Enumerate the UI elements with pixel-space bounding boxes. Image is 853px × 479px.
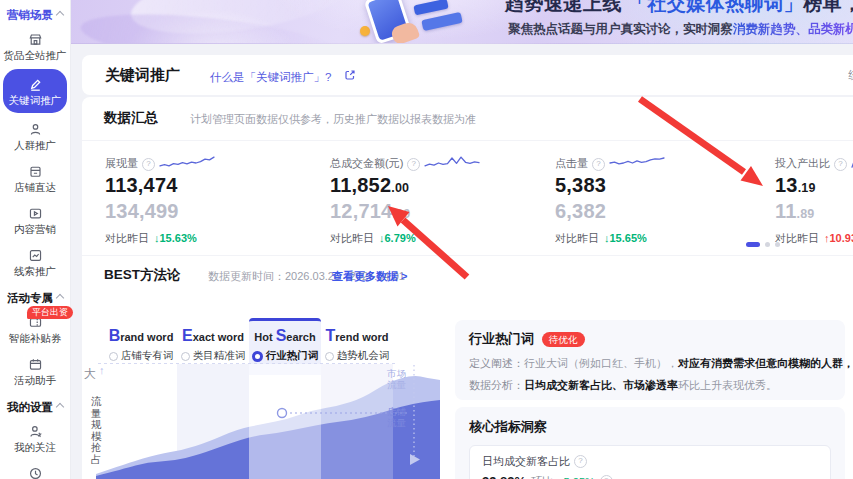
clipped-corner-control[interactable]: 统 [849,68,853,83]
sidebar-section-activity[interactable]: 活动专属 [0,283,70,308]
keyword-promotion-page: { "colors":{"accent":"#4b51e3","tab_acce… [0,0,853,479]
industry-hot-words-panel: 行业热门词 待优化 定义阐述：行业大词（例如口红、手机），对应有消费需求但意向模… [455,320,845,400]
core-metric-value: 39.83% [482,474,526,479]
market-traffic-label: 市场流量 [387,368,411,390]
sidebar: 营销场景 货品全站推广 关键词推广 人群推广 店铺直达 内容营销 线索推广 活动… [0,0,71,479]
core-metric-label: 日均成交新客占比 [482,454,570,469]
pagination-dot[interactable] [775,242,780,247]
metric-prev-value: 6,382 [555,200,770,223]
chevron-up-icon [56,294,64,302]
radio-icon [325,352,334,361]
metric-clicks: 点击量? 5,383 6,382 对比昨日↓15.65% [555,153,770,246]
core-metrics-panel: 核心指标洞察 日均成交新客占比? 39.83%环比↓5.25%? 同行同层均值 … [455,407,845,479]
page-header-card: 关键词推广 什么是「关键词推广」? 统 [82,55,853,95]
metric-value: 5,383 [555,174,770,197]
banner-subtitle: 聚焦热点话题与用户真实讨论，实时洞察消费新趋势、品类新机会 [508,21,853,38]
sidebar-item-label: 货品全站推广 [0,49,70,61]
help-icon[interactable]: ? [574,455,587,468]
section-label: 营销场景 [7,9,53,21]
metric-impressions: 展现量? 113,474 134,499 对比昨日↓15.63% [105,153,320,246]
view-more-data-link[interactable]: 查看更多数据 > [332,269,407,284]
sidebar-item-label: 我的关注 [0,441,70,453]
metric-value: 11,852.00 [330,174,545,197]
sidebar-item-keyword-promotion[interactable]: 关键词推广 [3,69,67,113]
pagination-dot[interactable] [765,242,770,247]
sidebar-item-activity-assistant[interactable]: 活动助手 [0,350,70,392]
sidebar-item-content-marketing[interactable]: 内容营销 [0,199,70,241]
sidebar-item-shop-direct[interactable]: 店铺直达 [0,157,70,199]
metric-value: 13.19 [775,174,853,197]
help-icon[interactable]: ? [142,158,155,171]
metric-prev-value: 134,499 [105,200,320,223]
radio-icon [109,352,118,361]
mom-change-value: ↓5.25% [558,476,595,479]
panel-title: 核心指标洞察 [469,418,831,436]
metric-label: 投入产出比 [775,156,830,171]
chevron-up-icon [56,11,64,19]
sidebar-item-label: 活动助手 [0,374,70,386]
pagination-dot-active[interactable] [746,242,760,247]
sidebar-item-label: 智能补贴券 [0,332,70,344]
sparkline-chart [424,154,480,171]
auto-rules-icon [28,466,43,479]
metric-roi: 投入产出比? 13.19 11.89 对比昨日↑10.93% [775,153,853,246]
sidebar-item-label: 关键词推广 [3,94,67,106]
sidebar-item-auto-rules[interactable]: 自动规则 [0,459,70,479]
sidebar-section-marketing[interactable]: 营销场景 [0,0,70,25]
metric-prev-value: 12,714.80 [330,200,545,223]
metric-compare: 对比昨日↓6.79% [330,231,545,246]
store-icon [28,32,43,47]
data-analysis-line: 数据分析：日均成交新客占比、市场渗透率环比上升表现优秀。 [469,378,831,392]
section-label: 活动专属 [7,292,53,304]
sidebar-item-label: 线索推广 [0,265,70,277]
metrics-pagination [746,242,780,247]
sidebar-item-label: 店铺直达 [0,181,70,193]
external-link-icon[interactable] [344,69,356,81]
leads-chart-icon [28,248,43,263]
sparkline-chart [159,154,215,171]
metric-value: 113,474 [105,174,320,197]
divider [82,140,853,141]
panel-title: 行业热门词 [469,330,534,348]
metric-compare: 对比昨日↓15.65% [555,231,770,246]
to-optimize-badge: 待优化 [542,332,585,347]
data-summary-title: 数据汇总 [104,109,158,127]
sidebar-item-product-sitewide[interactable]: 货品全站推广 [0,25,70,67]
shop-icon [28,164,43,179]
main-card: 数据汇总 计划管理页面数据仅供参考，历史推广数据以报表数据为准 展现量? 113… [82,97,853,479]
sparkline-chart [609,154,665,171]
chart-marker-dot [278,409,287,418]
sidebar-section-settings[interactable]: 我的设置 [0,392,70,417]
sidebar-item-my-follows[interactable]: 我的关注 [0,417,70,459]
metric-compare: 对比昨日↓15.63% [105,231,320,246]
section-label: 我的设置 [7,401,53,413]
metric-label: 总成交金额(元) [330,156,403,171]
help-icon[interactable]: ? [407,158,420,171]
chevron-up-icon [56,403,64,411]
banner-title: 趋势速递上线 「社交媒体热聊词」榜单，精准捕捉 [505,0,853,17]
sidebar-item-smart-coupon[interactable]: 平台出资 智能补贴券 [0,308,70,350]
help-icon[interactable]: ? [592,158,605,171]
follow-person-icon [28,424,43,439]
promo-banner: 趋势速递上线 「社交媒体热聊词」榜单，精准捕捉 聚焦热点话题与用户真实讨论，实时… [70,0,853,44]
help-icon[interactable]: ? [834,158,847,171]
what-is-keyword-promotion-link[interactable]: 什么是「关键词推广」? [210,70,331,85]
banner-chip [413,0,448,15]
sidebar-item-label: 人群推广 [0,139,70,151]
page-title: 关键词推广 [105,66,180,85]
shop-traffic-label: 店铺流量 [387,406,411,428]
radio-selected-icon [252,351,263,362]
metric-total-gmv: 总成交金额(元)? 11,852.00 12,714.80 对比昨日↓6.79% [330,153,545,246]
video-play-icon [28,206,43,221]
calendar-icon [28,357,43,372]
sidebar-item-audience-promotion[interactable]: 人群推广 [0,115,70,157]
keyword-pen-icon [28,77,43,92]
platform-funded-badge: 平台出资 [27,306,73,319]
coin-illustration [360,26,370,36]
help-icon[interactable]: ? [600,475,613,479]
person-icon [28,122,43,137]
metric-label: 展现量 [105,156,138,171]
metric-prev-value: 11.89 [775,200,853,223]
metric-compare: 对比昨日↑10.93% [775,231,853,246]
sidebar-item-leads-promotion[interactable]: 线索推广 [0,241,70,283]
